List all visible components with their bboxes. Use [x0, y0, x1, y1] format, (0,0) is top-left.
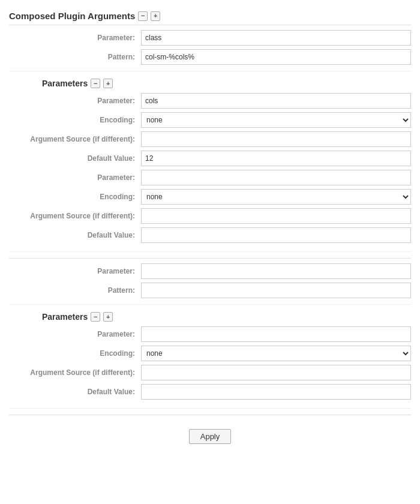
parameters-subsection-2: Parameters − + Parameter: Encoding: none… — [9, 304, 411, 409]
add-composed-1-btn[interactable]: + — [151, 11, 160, 21]
default2-label-1: Default Value: — [9, 231, 141, 239]
argsrc1-input-2[interactable] — [141, 365, 411, 380]
argsrc2-input-1[interactable] — [141, 208, 411, 224]
param1-input-1[interactable] — [141, 93, 411, 109]
default1-input-1[interactable] — [141, 151, 411, 166]
composed-plugin-header-1: Composed Plugin Arguments − + — [9, 6, 411, 25]
composed-plugin-form-1: Parameter: Pattern: — [9, 30, 411, 65]
argsrc1-label-2: Argument Source (if different): — [9, 368, 141, 377]
parameter-label-1: Parameter: — [9, 34, 141, 42]
param1-row-1: Parameter: — [9, 93, 411, 109]
collapse-composed-1-btn[interactable]: − — [138, 11, 148, 21]
param1-input-2[interactable] — [141, 326, 411, 342]
parameter-input-1[interactable] — [141, 30, 411, 46]
encoding1-select-2[interactable]: none url html base64 — [141, 346, 411, 361]
pattern-label-2: Pattern: — [9, 286, 141, 295]
composed-plugin-section-1: Composed Plugin Arguments − + Parameter:… — [9, 6, 411, 252]
parameter-row-2: Parameter: — [9, 263, 411, 279]
parameters-subsection-1: Parameters − + Parameter: Encoding: none… — [9, 71, 411, 252]
encoding1-label-2: Encoding: — [9, 349, 141, 358]
collapse-params-2-btn[interactable]: − — [91, 312, 100, 322]
pattern-row-2: Pattern: — [9, 283, 411, 298]
argsrc1-input-1[interactable] — [141, 131, 411, 147]
pattern-input-1[interactable] — [141, 49, 411, 65]
encoding1-row-1: Encoding: none url html base64 — [9, 112, 411, 128]
parameters-header-1: Parameters − + — [9, 76, 411, 93]
argsrc1-label-1: Argument Source (if different): — [9, 135, 141, 143]
page-container: Composed Plugin Arguments − + Parameter:… — [0, 0, 420, 462]
parameter-label-2: Parameter: — [9, 267, 141, 275]
default2-row-1: Default Value: — [9, 227, 411, 243]
param1-label-2: Parameter: — [9, 330, 141, 338]
encoding2-label-1: Encoding: — [9, 193, 141, 201]
collapse-params-1-btn[interactable]: − — [91, 79, 100, 88]
param2-input-1[interactable] — [141, 170, 411, 185]
argsrc2-label-1: Argument Source (if different): — [9, 212, 141, 220]
argsrc1-row-2: Argument Source (if different): — [9, 365, 411, 380]
default1-input-2[interactable] — [141, 384, 411, 400]
encoding2-row-1: Encoding: none url html base64 — [9, 189, 411, 205]
default2-input-1[interactable] — [141, 227, 411, 243]
pattern-label-1: Pattern: — [9, 53, 141, 61]
pattern-input-2[interactable] — [141, 283, 411, 298]
encoding2-select-1[interactable]: none url html base64 — [141, 189, 411, 205]
composed-plugin-form-2: Parameter: Pattern: — [9, 263, 411, 298]
param2-label-1: Parameter: — [9, 173, 141, 182]
default1-label-2: Default Value: — [9, 388, 141, 396]
param1-row-2: Parameter: — [9, 326, 411, 342]
add-params-2-btn[interactable]: + — [103, 312, 113, 322]
argsrc2-row-1: Argument Source (if different): — [9, 208, 411, 224]
argsrc1-row-1: Argument Source (if different): — [9, 131, 411, 147]
divider-2 — [9, 415, 411, 415]
pattern-row-1: Pattern: — [9, 49, 411, 65]
default1-row-2: Default Value: — [9, 384, 411, 400]
apply-button[interactable]: Apply — [189, 429, 232, 444]
encoding1-select-1[interactable]: none url html base64 — [141, 112, 411, 128]
composed-plugin-section-2: Parameter: Pattern: Parameters − + Param… — [9, 263, 411, 409]
default1-label-1: Default Value: — [9, 154, 141, 163]
parameters-title-2: Parameters — [42, 312, 88, 322]
encoding1-label-1: Encoding: — [9, 116, 141, 124]
parameters-title-1: Parameters — [42, 79, 88, 88]
param1-label-1: Parameter: — [9, 97, 141, 105]
parameter-input-2[interactable] — [141, 263, 411, 279]
encoding1-row-2: Encoding: none url html base64 — [9, 346, 411, 361]
param2-row-1: Parameter: — [9, 170, 411, 185]
apply-row: Apply — [9, 420, 411, 450]
parameters-header-2: Parameters − + — [9, 310, 411, 326]
composed-plugin-title-1: Composed Plugin Arguments — [9, 11, 135, 21]
parameter-row-1: Parameter: — [9, 30, 411, 46]
add-params-1-btn[interactable]: + — [103, 79, 113, 88]
default1-row-1: Default Value: — [9, 151, 411, 166]
divider-1 — [9, 258, 411, 259]
